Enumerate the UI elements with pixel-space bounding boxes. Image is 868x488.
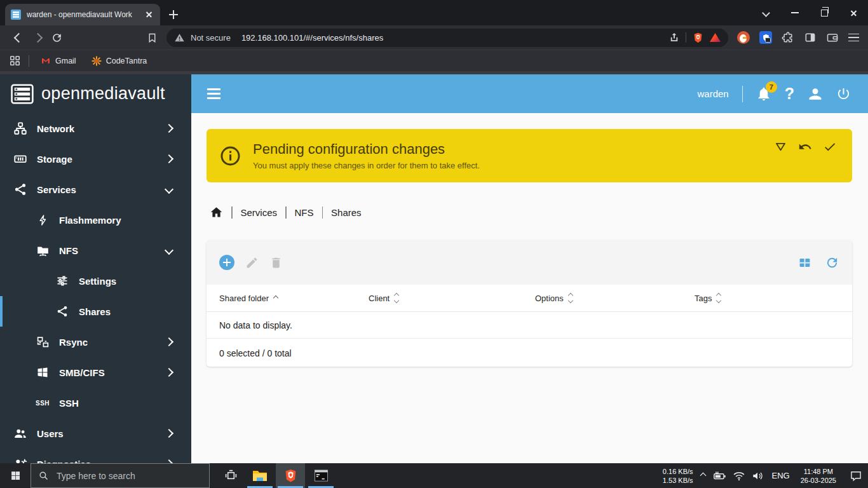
network-folder-icon [35,244,50,257]
brave-browser-button[interactable] [276,463,305,488]
sidebar: openmediavault Network Storage [0,74,191,463]
breadcrumb-nfs[interactable]: NFS [295,207,314,218]
sidebar-item-storage[interactable]: Storage [0,144,191,174]
bookmarks-separator [29,55,29,67]
tab-close-icon[interactable] [144,10,154,20]
url-bar[interactable]: Not secure 192.168.100.101/#/services/nf… [166,29,728,47]
clock[interactable]: 11:48 PM 26-03-2025 [801,467,836,485]
battery-icon[interactable] [713,469,727,483]
chevron-right-icon [165,124,173,133]
bookmark-gmail[interactable]: Gmail [37,56,80,66]
chevron-down-icon [165,185,173,194]
notifications-button[interactable]: 7 [756,86,771,102]
bookmark-codetantra[interactable]: CodeTantra [88,56,151,66]
privacy-shield-extension-icon[interactable] [759,31,772,44]
extensions-cluster [737,31,859,44]
sidebar-item-rsync[interactable]: Rsync [0,327,191,357]
sidebar-item-smb-cifs[interactable]: SMB/CIFS [0,357,191,388]
volume-icon[interactable] [751,470,764,482]
storage-icon [13,152,28,166]
hamburger-icon[interactable] [207,88,220,99]
security-label: Not secure [191,33,231,43]
new-tab-button[interactable] [165,6,182,23]
home-icon[interactable] [210,206,223,219]
sidebar-item-nfs-shares[interactable]: Shares [0,296,191,327]
sidebar-item-network[interactable]: Network [0,113,191,144]
column-header-client[interactable]: Client [369,294,535,303]
undo-icon [798,140,812,154]
add-icon[interactable] [219,255,234,270]
power-button[interactable] [836,86,851,101]
tab-search-chevron-icon[interactable] [762,9,770,17]
bookmark-icon[interactable] [142,32,161,43]
help-icon[interactable]: ? [785,86,794,102]
apply-button[interactable] [823,140,837,154]
chevron-right-icon [165,368,173,377]
start-button[interactable] [0,463,31,488]
reload-icon[interactable] [47,32,66,44]
sidebar-item-diagnostics[interactable]: Diagnostics [0,449,191,463]
tray-expand-icon[interactable] [700,473,706,479]
close-window-button[interactable] [839,0,868,25]
sidebar-item-ssh[interactable]: SSH SSH [0,388,191,418]
restore-button[interactable] [810,0,839,25]
column-header-tags[interactable]: Tags [695,294,852,303]
apps-grid-icon[interactable] [9,55,21,67]
check-icon [823,140,837,154]
sidebar-item-nfs[interactable]: NFS [0,235,191,266]
extensions-puzzle-icon[interactable] [782,31,794,44]
sidebar-item-users[interactable]: Users [0,418,191,449]
back-icon[interactable] [9,34,28,41]
table-toolbar [207,240,852,285]
sidebar-item-services[interactable]: Services [0,174,191,205]
wifi-icon[interactable] [733,470,745,482]
brave-shield-icon[interactable] [692,32,704,44]
user-menu-button[interactable] [808,86,823,102]
browser-tab[interactable]: warden - openmediavault Work [5,4,160,25]
tab-title: warden - openmediavault Work [27,10,139,19]
chevron-right-icon [165,154,173,163]
logo-text: openmediavault [41,84,165,104]
file-explorer-button[interactable] [245,463,275,488]
windows-start-icon [10,470,21,481]
breadcrumb-services[interactable]: Services [241,207,278,218]
diagnostics-icon [13,457,28,463]
taskbar-search-input[interactable] [55,470,202,482]
wallet-icon[interactable] [826,31,839,44]
breadcrumb-separator [285,207,287,219]
notification-badge: 7 [766,81,777,93]
file-explorer-icon [252,469,268,483]
language-indicator[interactable]: ENG [772,471,790,480]
browser-menu-icon[interactable] [848,34,859,42]
lightning-icon [35,214,50,226]
revert-button[interactable] [798,140,812,154]
refresh-icon[interactable] [825,255,839,270]
delete-icon[interactable] [269,256,283,269]
show-diff-button[interactable] [774,140,787,154]
edit-icon[interactable] [245,256,259,269]
share-page-icon[interactable] [668,32,680,43]
task-view-button[interactable] [216,463,245,488]
url-text: 192.168.100.101/#/services/nfs/shares [241,33,383,43]
duckduckgo-extension-icon[interactable] [737,31,750,44]
sidebar-nav: Network Storage Services [0,113,191,463]
gmail-icon [41,56,51,66]
sidebar-toggle-icon[interactable] [804,31,817,44]
command-prompt-button[interactable] [306,463,336,488]
header-separator [742,86,743,102]
omv-server-icon [11,84,34,104]
browser-toolbar: Not secure 192.168.100.101/#/services/nf… [0,25,868,50]
column-header-options[interactable]: Options [535,294,695,303]
banner-title: Pending configuration changes [253,141,480,158]
action-center-icon[interactable] [850,470,862,482]
breadcrumb-shares[interactable]: Shares [331,207,362,218]
brave-rewards-icon[interactable] [710,33,721,42]
minimize-button[interactable] [780,0,810,25]
users-icon [13,426,28,440]
forward-icon[interactable] [28,34,47,41]
taskbar-search[interactable] [31,463,210,488]
column-header-shared-folder[interactable]: Shared folder [207,294,369,303]
sidebar-item-nfs-settings[interactable]: Settings [0,266,191,296]
columns-icon[interactable] [798,256,811,269]
sidebar-item-flashmemory[interactable]: Flashmemory [0,205,191,235]
